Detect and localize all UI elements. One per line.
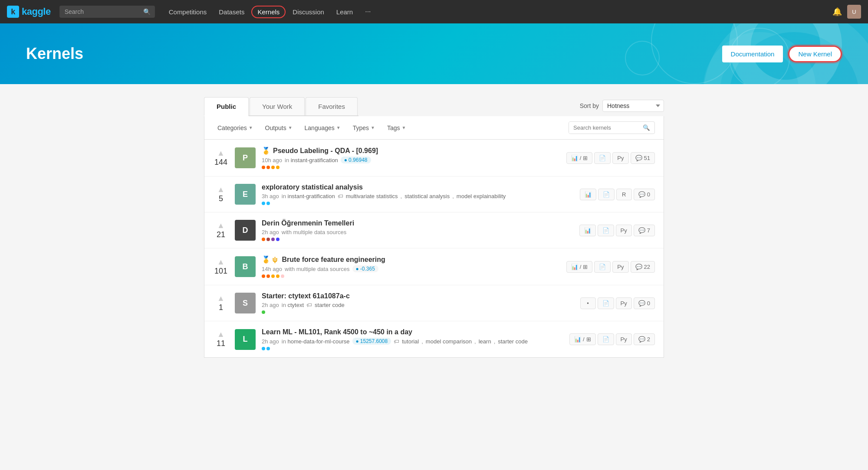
deco-circle-3 bbox=[625, 41, 660, 75]
comment-button[interactable]: 💬 7 bbox=[634, 225, 655, 236]
nav-kernels[interactable]: Kernels bbox=[251, 6, 286, 18]
tag-link[interactable]: starter code bbox=[315, 302, 345, 308]
script-button[interactable]: 📄 bbox=[594, 261, 611, 273]
comment-button[interactable]: 💬 2 bbox=[634, 333, 655, 345]
tag-link[interactable]: tutorial bbox=[402, 338, 419, 345]
nav-competitions[interactable]: Competitions bbox=[164, 6, 212, 18]
location-link[interactable]: instant-gratification bbox=[288, 193, 335, 199]
kernel-info: 🥇Pseudo Labeling - QDA - [0.969] 10h ago… bbox=[262, 147, 560, 169]
score-badge: ●-0.365 bbox=[352, 265, 378, 272]
script-button[interactable]: 📄 bbox=[598, 297, 614, 309]
new-kernel-button[interactable]: New Kernel bbox=[788, 46, 842, 62]
kernel-avatar[interactable]: E bbox=[235, 184, 256, 205]
user-avatar[interactable]: U bbox=[847, 5, 861, 19]
location: with multiple data sources bbox=[282, 229, 347, 235]
kernel-title[interactable]: Learn ML - ML101, Rank 4500 to ~450 in a… bbox=[262, 328, 563, 336]
tag-link[interactable]: model comparison bbox=[426, 338, 472, 345]
language-button[interactable]: Py bbox=[616, 225, 632, 236]
chart-grid-button[interactable]: 📊/⊞ bbox=[566, 152, 593, 164]
sort-select[interactable]: Hotness Most Votes Most Views Most Comme… bbox=[602, 100, 664, 112]
search-kernels-box: 🔍 bbox=[569, 121, 655, 134]
search-kernels-input[interactable] bbox=[569, 122, 638, 134]
upvote-button[interactable]: ▲ bbox=[217, 294, 225, 302]
grid-icon: ⊞ bbox=[583, 155, 588, 161]
chart-placeholder-button[interactable]: • bbox=[580, 297, 596, 309]
comment-button[interactable]: 💬 51 bbox=[631, 152, 655, 164]
kernel-title[interactable]: exploratory statistical analysis bbox=[262, 183, 574, 191]
brand-logo[interactable]: k kaggle bbox=[7, 6, 51, 18]
language-button[interactable]: Py bbox=[612, 261, 628, 273]
kernel-title[interactable]: 🥇Pseudo Labeling - QDA - [0.969] bbox=[262, 147, 560, 155]
upvote-button[interactable]: ▲ bbox=[217, 149, 225, 157]
kernel-title[interactable]: Starter: ctytext 61a1087a-c bbox=[262, 292, 574, 300]
tab-your-work[interactable]: Your Work bbox=[250, 97, 305, 115]
comment-button[interactable]: 💬 22 bbox=[631, 261, 655, 273]
filter-tags[interactable]: Tags ▼ bbox=[383, 122, 410, 134]
location-link[interactable]: ctytext bbox=[288, 302, 304, 308]
tab-favorites[interactable]: Favorites bbox=[306, 97, 358, 115]
tag-link[interactable]: learn bbox=[479, 338, 491, 345]
kernel-actions: 📊/⊞ 📄 Py 💬 51 bbox=[566, 152, 655, 164]
tag-link[interactable]: multivariate statistics bbox=[346, 193, 398, 199]
kernel-avatar[interactable]: P bbox=[235, 147, 256, 168]
comment-button[interactable]: 💬 0 bbox=[634, 189, 655, 200]
kernel-title[interactable]: 🥇 ψBrute force feature engineering bbox=[262, 255, 560, 264]
bar-chart-icon: 📊 bbox=[571, 264, 578, 270]
sort-row: Sort by Hotness Most Votes Most Views Mo… bbox=[580, 100, 664, 116]
notification-bell-icon[interactable]: 🔔 bbox=[832, 7, 842, 16]
language-button[interactable]: R bbox=[616, 189, 632, 200]
kernel-avatar[interactable]: B bbox=[235, 256, 256, 277]
language-label: Py bbox=[621, 336, 627, 343]
documentation-button[interactable]: Documentation bbox=[722, 46, 783, 62]
location: in instant-gratification bbox=[285, 157, 338, 163]
upvote-button[interactable]: ▲ bbox=[217, 186, 225, 193]
filter-categories[interactable]: Categories ▼ bbox=[213, 122, 257, 134]
score-badge: ●0.96948 bbox=[341, 157, 371, 163]
location-link[interactable]: instant-gratification bbox=[291, 157, 338, 163]
time-ago: 10h ago bbox=[262, 157, 282, 163]
time-ago: 2h ago bbox=[262, 229, 279, 235]
kernel-avatar[interactable]: S bbox=[235, 293, 256, 313]
search-kernels-button[interactable]: 🔍 bbox=[638, 122, 654, 134]
kernel-item: ▲ 21 D Derin Öğrenmenin Temelleri 2h ago… bbox=[204, 212, 664, 248]
kernel-avatar[interactable]: L bbox=[235, 329, 256, 350]
medal-icon: 🥇 bbox=[262, 147, 270, 155]
filter-outputs[interactable]: Outputs ▼ bbox=[261, 122, 297, 134]
script-button[interactable]: 📄 bbox=[598, 189, 615, 200]
tab-public[interactable]: Public bbox=[204, 97, 249, 116]
bar-chart-icon: 📊 bbox=[571, 155, 578, 161]
upvote-button[interactable]: ▲ bbox=[217, 222, 225, 229]
nav-learn[interactable]: Learn bbox=[331, 6, 358, 18]
location-link[interactable]: home-data-for-ml-course bbox=[288, 338, 350, 345]
language-button[interactable]: Py bbox=[616, 297, 632, 309]
kernel-title[interactable]: Derin Öğrenmenin Temelleri bbox=[262, 219, 573, 227]
comment-count: 7 bbox=[647, 227, 650, 234]
upvote-button[interactable]: ▲ bbox=[217, 330, 225, 338]
kernel-info: Starter: ctytext 61a1087a-c 2h ago in ct… bbox=[262, 292, 574, 314]
chart-button[interactable]: 📊 bbox=[579, 225, 596, 236]
language-button[interactable]: Py bbox=[612, 152, 628, 164]
hero-banner: Kernels Documentation New Kernel bbox=[0, 23, 868, 84]
script-button[interactable]: 📄 bbox=[594, 152, 611, 164]
tag-link[interactable]: statistical analysis bbox=[404, 193, 450, 199]
script-button[interactable]: 📄 bbox=[598, 225, 614, 236]
chart-grid-button[interactable]: 📊/⊞ bbox=[569, 333, 596, 345]
kernel-avatar[interactable]: D bbox=[235, 220, 256, 241]
hero-actions: Documentation New Kernel bbox=[722, 46, 842, 62]
nav-more[interactable]: ··· bbox=[360, 5, 376, 18]
chart-grid-button[interactable]: 📊/⊞ bbox=[566, 261, 593, 273]
tag-link[interactable]: model explainability bbox=[457, 193, 506, 199]
language-button[interactable]: Py bbox=[616, 333, 632, 345]
comment-button[interactable]: 💬 0 bbox=[634, 297, 655, 309]
brand-icon: k bbox=[7, 6, 19, 18]
nav-discussion[interactable]: Discussion bbox=[287, 6, 329, 18]
tag-link[interactable]: starter code bbox=[498, 338, 528, 345]
search-input[interactable] bbox=[59, 6, 155, 18]
dot bbox=[262, 166, 265, 169]
nav-datasets[interactable]: Datasets bbox=[214, 6, 250, 18]
chart-button[interactable]: 📊 bbox=[580, 189, 596, 200]
filter-languages[interactable]: Languages ▼ bbox=[300, 122, 345, 134]
filter-types[interactable]: Types ▼ bbox=[349, 122, 379, 134]
upvote-button[interactable]: ▲ bbox=[217, 258, 225, 266]
script-button[interactable]: 📄 bbox=[598, 333, 614, 345]
